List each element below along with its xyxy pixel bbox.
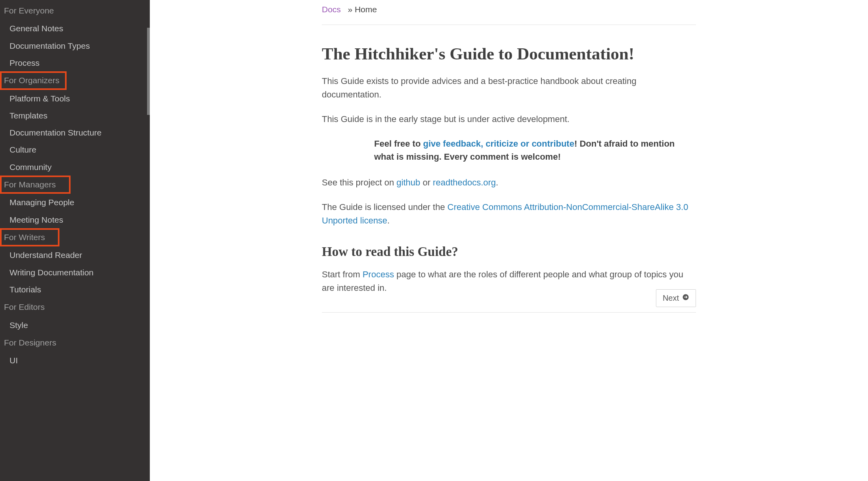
sidebar-item[interactable]: Style — [0, 317, 150, 334]
breadcrumb: Docs » Home — [322, 1, 696, 25]
sidebar-item[interactable]: Tutorials — [0, 281, 150, 298]
sidebar-item[interactable]: Understand Reader — [0, 246, 150, 263]
license-pre: The Guide is licensed under the — [322, 202, 447, 212]
callout-block: Feel free to give feedback, criticize or… — [374, 137, 692, 163]
breadcrumb-current: Home — [355, 5, 377, 14]
callout-contribute-link[interactable]: give feedback, criticize or contribute — [423, 139, 574, 149]
callout-pre-text: Feel free to — [374, 139, 423, 149]
sidebar-item[interactable]: Documentation Structure — [0, 124, 150, 141]
howto-heading: How to read this Guide? — [322, 244, 696, 259]
license-paragraph: The Guide is licensed under the Creative… — [322, 200, 696, 227]
next-button-label: Next — [663, 294, 679, 303]
sidebar-item[interactable]: General Notes — [0, 20, 150, 37]
intro-paragraph-2: This Guide is in the early stage but is … — [322, 113, 696, 126]
sidebar-item[interactable]: Platform & Tools — [0, 90, 150, 107]
sidebar-caption: For Writers — [0, 228, 150, 246]
see-project-post: . — [496, 178, 498, 187]
sidebar-item[interactable]: Managing People — [0, 194, 150, 211]
main-area: Docs » Home The Hitchhiker's Guide to Do… — [150, 0, 868, 481]
howto-paragraph: Start from Process page to what are the … — [322, 268, 696, 295]
see-project-paragraph: See this project on github or readthedoc… — [322, 176, 696, 189]
sidebar-item[interactable]: Community — [0, 158, 150, 176]
page-title: The Hitchhiker's Guide to Documentation! — [322, 44, 696, 63]
sidebar-item[interactable]: Meeting Notes — [0, 211, 150, 228]
sidebar-item[interactable]: Templates — [0, 107, 150, 124]
sidebar-caption: For Managers — [0, 176, 150, 194]
sidebar-caption: For Everyone — [0, 2, 150, 20]
arrow-right-circle-icon — [682, 294, 689, 303]
content-column: Docs » Home The Hitchhiker's Guide to Do… — [322, 0, 696, 481]
breadcrumb-separator: » — [348, 5, 352, 14]
readthedocs-link[interactable]: readthedocs.org — [433, 178, 496, 187]
sidebar-caption: For Editors — [0, 298, 150, 316]
intro-paragraph-1: This Guide exists to provide advices and… — [322, 74, 696, 101]
see-project-or: or — [420, 178, 433, 187]
sidebar-caption: For Organizers — [0, 71, 150, 90]
process-link[interactable]: Process — [363, 269, 394, 279]
sidebar-caption: For Designers — [0, 334, 150, 352]
sidebar-item[interactable]: Process — [0, 54, 150, 71]
sidebar-item[interactable]: UI — [0, 352, 150, 369]
see-project-pre: See this project on — [322, 178, 396, 187]
breadcrumb-docs-link[interactable]: Docs — [322, 5, 341, 14]
sidebar-item[interactable]: Documentation Types — [0, 37, 150, 54]
footer-nav: Next — [322, 312, 696, 313]
license-post: . — [387, 216, 390, 225]
github-link[interactable]: github — [396, 178, 420, 187]
sidebar-item[interactable]: Writing Documentation — [0, 264, 150, 281]
howto-pre: Start from — [322, 269, 363, 279]
sidebar-item[interactable]: Culture — [0, 141, 150, 158]
sidebar-nav: For EveryoneGeneral NotesDocumentation T… — [0, 0, 150, 481]
next-button[interactable]: Next — [656, 289, 696, 307]
